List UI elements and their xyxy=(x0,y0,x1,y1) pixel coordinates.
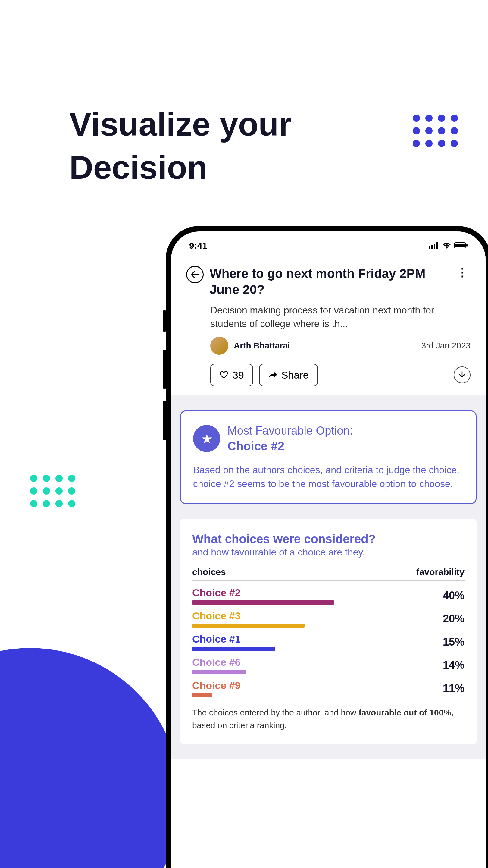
choice-rows: Choice #240%Choice #320%Choice #115%Choi… xyxy=(192,587,464,698)
status-time: 9:41 xyxy=(189,241,207,251)
like-count: 39 xyxy=(233,369,244,381)
col-favorability: favorability xyxy=(416,567,464,577)
share-button[interactable]: Share xyxy=(259,364,318,386)
choice-bar xyxy=(192,670,246,674)
choice-row[interactable]: Choice #240% xyxy=(192,587,464,604)
choice-pct: 20% xyxy=(443,613,464,625)
status-bar: 9:41 xyxy=(171,231,486,254)
choice-bar xyxy=(192,647,275,651)
svg-rect-0 xyxy=(429,246,430,249)
more-button[interactable]: ⋮ xyxy=(454,266,470,279)
page-title-line2: Decision xyxy=(69,146,292,189)
choices-title: What choices were considered? xyxy=(192,531,464,547)
choice-row[interactable]: Choice #115% xyxy=(192,633,464,651)
status-icons xyxy=(429,241,467,251)
decoration-dots-teal xyxy=(30,475,75,507)
favourable-card: ★ Most Favourable Option: Choice #2 Base… xyxy=(180,410,477,504)
footer-post: based on criteria ranking. xyxy=(192,721,287,730)
choices-footer: The choices entered by the author, and h… xyxy=(192,707,464,732)
page-title-line1: Visualize your xyxy=(69,102,292,146)
footer-pre: The choices entered by the author, and h… xyxy=(192,708,359,717)
footer-bold: favourable out of 100%, xyxy=(359,708,453,717)
favourable-label: Most Favourable Option: xyxy=(227,424,353,438)
choice-bar xyxy=(192,693,212,698)
question-description: Decision making process for vacation nex… xyxy=(210,304,470,331)
decoration-dots-blue xyxy=(413,115,458,147)
question-title: Where to go next month Friday 2PM June 2… xyxy=(210,266,448,298)
back-button[interactable] xyxy=(186,266,204,283)
choices-subtitle: and how favourable of a choice are they. xyxy=(192,547,464,558)
decoration-circle xyxy=(0,648,181,868)
choice-row[interactable]: Choice #320% xyxy=(192,610,464,628)
signal-icon xyxy=(429,241,439,251)
page-title: Visualize your Decision xyxy=(69,102,292,189)
content-area: ★ Most Favourable Option: Choice #2 Base… xyxy=(171,396,486,759)
wifi-icon xyxy=(442,241,451,251)
choice-bar xyxy=(192,624,304,628)
author-name: Arth Bhattarai xyxy=(234,341,290,350)
phone-frame: 9:41 Where to go next month Friday 2PM xyxy=(166,226,488,868)
choice-name: Choice #1 xyxy=(192,633,437,645)
choice-name: Choice #6 xyxy=(192,656,437,668)
choice-row[interactable]: Choice #911% xyxy=(192,680,464,698)
choices-card: What choices were considered? and how fa… xyxy=(180,519,477,744)
svg-rect-3 xyxy=(436,242,438,249)
choice-pct: 15% xyxy=(443,636,464,648)
favourable-description: Based on the authors choices, and criter… xyxy=(193,463,464,491)
svg-rect-5 xyxy=(455,244,465,247)
choice-name: Choice #9 xyxy=(192,680,437,691)
heart-icon xyxy=(219,369,228,381)
choice-name: Choice #3 xyxy=(192,610,437,622)
like-button[interactable]: 39 xyxy=(210,364,253,386)
choice-pct: 11% xyxy=(443,682,464,695)
col-choices: choices xyxy=(192,567,226,577)
choice-bar xyxy=(192,600,334,604)
choice-row[interactable]: Choice #614% xyxy=(192,656,464,674)
decision-header: Where to go next month Friday 2PM June 2… xyxy=(171,254,486,396)
svg-rect-2 xyxy=(434,244,435,249)
share-icon xyxy=(268,369,277,381)
favourable-choice: Choice #2 xyxy=(227,438,353,454)
choice-name: Choice #2 xyxy=(192,587,437,598)
svg-rect-1 xyxy=(431,245,433,249)
battery-icon xyxy=(454,241,467,251)
choice-pct: 14% xyxy=(443,659,464,672)
download-button[interactable] xyxy=(454,367,470,383)
table-divider xyxy=(192,580,464,581)
post-date: 3rd Jan 2023 xyxy=(421,341,470,350)
star-icon: ★ xyxy=(193,425,220,452)
svg-rect-6 xyxy=(466,244,467,247)
author-avatar[interactable] xyxy=(210,337,228,355)
share-label: Share xyxy=(281,369,309,381)
choice-pct: 40% xyxy=(443,589,464,602)
